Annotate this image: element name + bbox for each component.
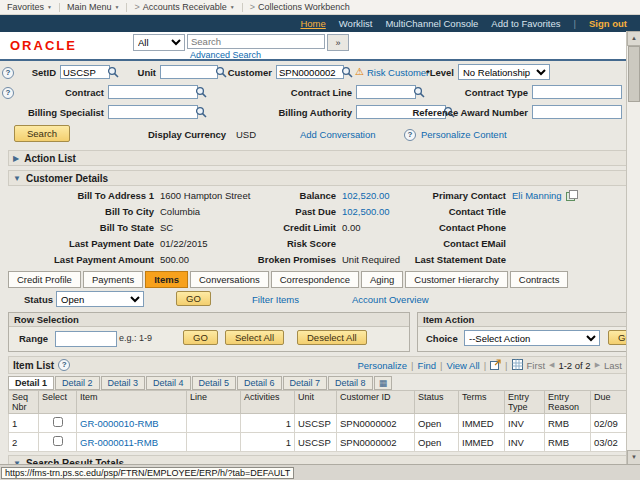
level-select[interactable]: No Relationship [458,64,550,80]
contract-line-lookup-icon[interactable] [413,86,425,98]
tab-credit-profile[interactable]: Credit Profile [8,271,81,288]
search-go-button[interactable]: » [327,34,349,51]
field-label: Broken Promises [240,254,336,265]
expand-arrow-icon[interactable]: ▶ [13,154,19,163]
setid-lookup-icon[interactable] [107,66,119,78]
breadcrumb-favorites[interactable]: Favorites ▼ [7,2,52,12]
contract-line-input[interactable] [356,85,416,99]
detail-tab-2[interactable]: Detail 2 [55,376,100,390]
account-overview-link[interactable]: Account Overview [352,294,429,305]
seq-cell: 2 [9,433,39,452]
status-go-button[interactable]: GO [176,291,211,306]
scroll-thumb[interactable] [628,46,640,102]
customer-lookup-icon[interactable] [341,66,353,78]
detail-tab-5[interactable]: Detail 5 [192,376,237,390]
breadcrumb: Favorites ▼ Main Menu ▼ > Accounts Recei… [0,0,640,15]
filter-actions-row: Search Display Currency USD Add Conversa… [0,124,640,146]
billing-specialist-input[interactable] [108,105,198,119]
breadcrumb-main-menu[interactable]: Main Menu ▼ [67,2,119,12]
collapse-arrow-icon[interactable]: ▼ [13,174,21,183]
global-search-input[interactable] [187,34,325,49]
column-header: Customer ID [337,391,415,414]
item-table: Seq Nbr Select Item Line Activities Unit… [8,390,629,452]
row-selection-title: Row Selection [9,313,409,327]
detail-tab-8[interactable]: Detail 8 [328,376,373,390]
billing-specialist-lookup-icon[interactable] [195,106,207,118]
item-list-header: Item List ? Personalize | Find | View Al… [8,356,627,374]
help-icon[interactable]: ? [58,359,70,371]
select-all-button[interactable]: Select All [225,330,284,345]
download-spreadsheet-icon[interactable] [512,359,523,372]
due-cell: 02/09 [591,414,629,433]
column-header: Unit [295,391,337,414]
scroll-down-button[interactable]: ▼ [627,450,640,465]
row-select-checkbox[interactable] [53,436,63,446]
tab-payments[interactable]: Payments [83,271,143,288]
multichannel-console-link[interactable]: MultiChannel Console [385,18,478,29]
personalize-link[interactable]: Personalize [357,360,407,371]
table-row: 1 GR-0000010-RMB 1 USCSP SPN0000002 Open… [9,414,629,433]
status-select[interactable]: Open [56,291,144,307]
table-row: 2 GR-0000011-RMB 1 USCSP SPN0000002 Open… [9,433,629,452]
column-header: Line [187,391,241,414]
advanced-search-link[interactable]: Advanced Search [190,50,261,60]
tab-items[interactable]: Items [145,271,188,288]
scroll-up-button[interactable]: ▲ [627,31,640,46]
column-header: Due [591,391,629,414]
workbench-tabs: Credit Profile Payments Items Conversati… [8,271,640,288]
billing-specialist-label: Billing Specialist [8,107,104,118]
show-all-columns-button[interactable]: ▦ [374,376,393,390]
zoom-grid-icon[interactable] [490,359,501,372]
pager-range: 1-2 of 2 [558,360,590,371]
add-to-favorites-link[interactable]: Add to Favorites [491,18,560,29]
customer-details-section-header[interactable]: ▼ Customer Details [8,170,627,186]
find-link[interactable]: Find [418,360,436,371]
contact-card-icon[interactable] [566,190,578,203]
action-list-section-header[interactable]: ▶ Action List [8,150,627,166]
add-conversation-link[interactable]: Add Conversation [300,129,376,140]
help-icon[interactable]: ? [404,129,416,141]
personalize-content-link[interactable]: Personalize Content [421,129,507,140]
balance-link[interactable]: 102,520.00 [342,190,390,201]
search-button[interactable]: Search [14,125,70,142]
unit-label: Unit [120,67,156,78]
choice-select[interactable]: --Select Action [464,330,600,346]
breadcrumb-separator [126,3,127,12]
reference-award-input[interactable] [532,105,622,119]
detail-tab-6[interactable]: Detail 6 [237,376,282,390]
tab-aging[interactable]: Aging [361,271,403,288]
view-all-link[interactable]: View All [447,360,480,371]
contract-input[interactable] [108,85,198,99]
deselect-all-button[interactable]: Deselect All [297,330,367,345]
vertical-scrollbar[interactable]: ▲ ▼ [626,31,640,465]
field-label: Last Statement Date [400,254,506,265]
contract-label: Contract [8,87,104,98]
row-select-checkbox[interactable] [53,417,63,427]
item-link[interactable]: GR-0000011-RMB [80,437,158,448]
tab-contracts[interactable]: Contracts [510,271,569,288]
range-input[interactable] [55,331,117,347]
filter-items-link[interactable]: Filter Items [252,294,299,305]
item-link[interactable]: GR-0000010-RMB [80,418,159,429]
detail-tab-1[interactable]: Detail 1 [8,376,54,390]
search-scope-select[interactable]: All [133,34,185,51]
worklist-link[interactable]: Worklist [339,18,373,29]
unit-input[interactable] [160,65,218,79]
tab-correspondence[interactable]: Correspondence [271,271,359,288]
setid-input[interactable] [60,65,110,79]
customer-input[interactable] [276,65,344,79]
tab-conversations[interactable]: Conversations [190,271,269,288]
range-go-button[interactable]: GO [183,330,218,345]
primary-contact-link[interactable]: Eli Manning [512,190,562,201]
detail-tab-3[interactable]: Detail 3 [101,376,146,390]
breadcrumb-label: Main Menu [67,2,112,12]
detail-tab-7[interactable]: Detail 7 [283,376,328,390]
detail-tab-4[interactable]: Detail 4 [146,376,191,390]
tab-customer-hierarchy[interactable]: Customer Hierarchy [405,271,507,288]
contract-lookup-icon[interactable] [195,86,207,98]
home-link[interactable]: Home [300,18,325,29]
contract-type-input[interactable] [532,85,622,99]
breadcrumb-accounts-receivable[interactable]: > Accounts Receivable ▼ [134,2,234,12]
past-due-link[interactable]: 102,500.00 [342,206,390,217]
sign-out-link[interactable]: Sign out [589,18,627,29]
